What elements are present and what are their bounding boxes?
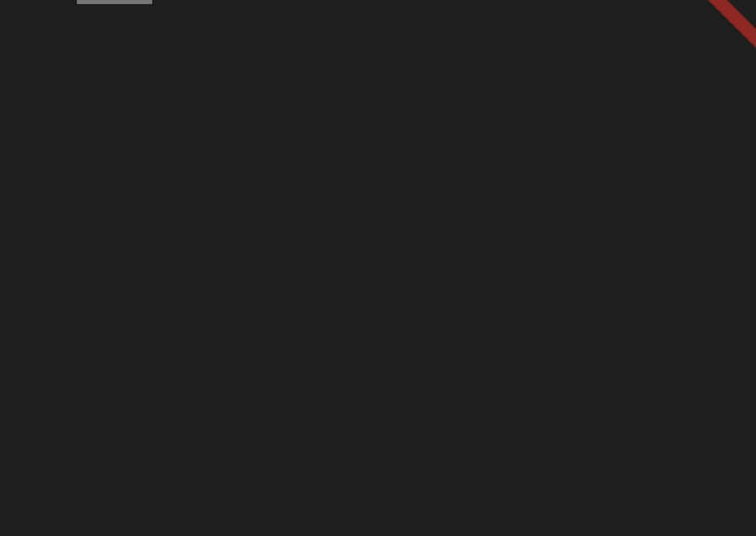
htop-terminal (0, 0, 756, 536)
function-key-bar (0, 513, 756, 533)
top-tab-indicator (77, 0, 152, 4)
